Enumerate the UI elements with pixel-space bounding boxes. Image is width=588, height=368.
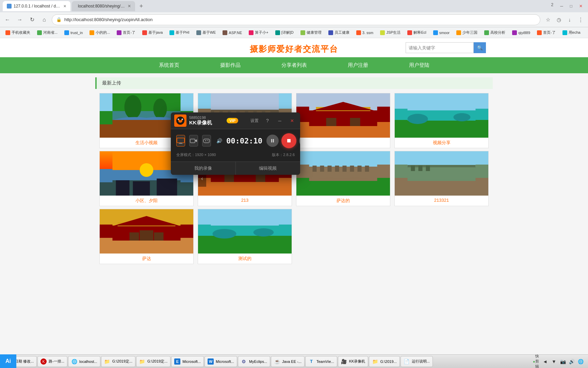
tray-icon-camera[interactable]: 📷: [559, 358, 566, 365]
bookmark-9[interactable]: 算子小+: [246, 29, 271, 36]
bookmark-15[interactable]: 解释Ecl: [405, 29, 429, 36]
taskbar-item-8[interactable]: ☕ Java EE -...: [271, 356, 305, 367]
kk-pause-button[interactable]: [266, 135, 279, 147]
search-button[interactable]: 🔍: [474, 42, 486, 53]
browser-tab-inactive[interactable]: localhost:8080/sheying/zuopi... ✕: [72, 1, 135, 11]
tray-icon-nav[interactable]: ◄: [542, 358, 549, 365]
bookmark-2[interactable]: trust_in: [62, 30, 85, 36]
kk-tab-edit-video[interactable]: 编辑视频: [236, 162, 300, 175]
tray-quick-action[interactable]: ● 快剪辑: [533, 358, 540, 365]
svg-rect-56: [419, 166, 423, 171]
taskbar-item-7[interactable]: ⚙ MyEclips...: [238, 356, 270, 367]
kk-screen-mode-button[interactable]: [176, 135, 185, 147]
tray-icon-down[interactable]: ▼: [551, 358, 557, 365]
bookmark-3[interactable]: 小的的...: [87, 29, 113, 36]
bookmark-10[interactable]: [详解]D: [273, 29, 296, 36]
svg-rect-45: [328, 166, 332, 172]
photo-caption-5: 213: [198, 196, 292, 205]
close-button[interactable]: ✕: [576, 2, 585, 10]
taskbar-icon-2: 🌐: [71, 358, 77, 365]
bookmark-18[interactable]: 高校分析: [481, 29, 508, 36]
kk-tab-my-recordings[interactable]: 我的录像: [171, 162, 235, 175]
nav-item-register[interactable]: 用户注册: [327, 57, 389, 73]
bookmark-4[interactable]: 首页-了: [114, 29, 138, 36]
kk-game-mode-button[interactable]: [202, 135, 211, 147]
bookmark-5[interactable]: 基于java: [140, 29, 165, 36]
nav-item-photos[interactable]: 摄影作品: [200, 57, 261, 73]
home-button[interactable]: ⌂: [39, 15, 49, 25]
kk-help-button[interactable]: ?: [263, 116, 272, 125]
settings-button[interactable]: ⋮: [576, 15, 585, 25]
tray-icon-volume[interactable]: 🔊: [568, 358, 575, 365]
kk-minimize-button[interactable]: ─: [275, 116, 284, 125]
svg-rect-75: [182, 119, 183, 120]
photo-img-7: [395, 151, 488, 196]
refresh-button[interactable]: ↻: [27, 15, 37, 25]
bookmark-21[interactable]: 用echa: [560, 29, 583, 36]
bookmark-1[interactable]: 河南省...: [34, 29, 60, 36]
photo-svg-3: [395, 93, 488, 138]
taskbar-item-5[interactable]: E Microsoft...: [171, 356, 204, 367]
photo-item-7[interactable]: 213321: [394, 151, 489, 206]
search-input[interactable]: [406, 42, 474, 53]
taskbar-item-2[interactable]: 🌐 localhost...: [68, 356, 100, 367]
svg-rect-57: [426, 166, 430, 171]
kk-camera-mode-button[interactable]: [189, 135, 198, 147]
nav-item-login[interactable]: 用户登陆: [389, 57, 450, 73]
bookmark-19[interactable]: qiyi889: [509, 30, 533, 36]
svg-rect-77: [179, 143, 182, 143]
browser-tab-active[interactable]: 127.0.0.1 / localhost / db_she... ✕: [3, 1, 70, 11]
forward-button[interactable]: →: [15, 15, 24, 25]
taskbar-item-1[interactable]: K 路-一排...: [37, 356, 67, 367]
photo-item-6[interactable]: 萨达的: [296, 151, 390, 206]
bookmark-11[interactable]: 健康管理: [298, 29, 324, 36]
nav-item-home[interactable]: 系统首页: [138, 57, 200, 73]
taskbar-item-9[interactable]: T TeamVie...: [305, 356, 337, 367]
bookmark-8[interactable]: ASP.NE: [220, 30, 245, 36]
taskbar-item-11[interactable]: 📁 G:\2019...: [369, 356, 399, 367]
kk-user-id: 58850198: [189, 116, 224, 120]
bookmark-20[interactable]: 首页-了: [534, 29, 558, 36]
history-button[interactable]: ◷: [554, 15, 564, 25]
photo-item-2[interactable]: [296, 93, 390, 148]
bookmark-label-0: 手机收藏夹: [12, 30, 30, 35]
kk-app-name: KK录像机: [189, 120, 224, 126]
bookmark-7[interactable]: 基于WE: [194, 29, 219, 36]
tab-close-2[interactable]: ✕: [128, 4, 131, 9]
taskbar-item-12[interactable]: 📄 运行说明...: [401, 356, 433, 367]
photo-item-9[interactable]: 测试的: [198, 209, 292, 264]
minimize-button[interactable]: ─: [557, 2, 566, 10]
address-text[interactable]: http://localhost:8080/sheying/zuopinAll.…: [64, 17, 536, 22]
taskbar-item-4[interactable]: 📁 G:\2019定...: [136, 356, 170, 367]
photo-item-8[interactable]: 萨达: [99, 209, 194, 264]
taskbar-item-10[interactable]: 🎥 KK录像机: [338, 356, 369, 367]
tray-icon-network[interactable]: 🌐: [577, 358, 584, 365]
bookmark-favicon-3: [89, 30, 94, 35]
kk-screenshot-button[interactable]: [299, 135, 300, 147]
taskbar-item-6[interactable]: W Microsoft...: [205, 356, 237, 367]
bookmark-0[interactable]: 手机收藏夹: [3, 29, 33, 36]
downloads-button[interactable]: ↓: [565, 15, 574, 25]
tab-close-1[interactable]: ✕: [63, 4, 66, 9]
bookmark-6[interactable]: 基于PHI: [167, 29, 192, 36]
bookmark-label-20: 首页-了: [543, 30, 556, 35]
kk-settings-button[interactable]: 设置: [249, 116, 260, 125]
kk-stop-button[interactable]: [281, 133, 296, 148]
taskbar-item-3[interactable]: 📁 G:\2019定...: [101, 356, 135, 367]
new-tab-button[interactable]: +: [136, 1, 146, 11]
back-button[interactable]: ←: [3, 15, 12, 25]
address-bar[interactable]: 🔒 http://localhost:8080/sheying/zuopinAl…: [52, 14, 540, 25]
bookmark-16[interactable]: smoor: [430, 30, 453, 36]
maximize-button[interactable]: □: [567, 2, 575, 10]
ai-label[interactable]: Ai: [0, 354, 16, 368]
nav-item-sharers[interactable]: 分享者列表: [261, 57, 327, 73]
photo-item-3[interactable]: 视频分享: [394, 93, 489, 148]
taskbar-label-8: Java EE -...: [282, 359, 301, 364]
bookmark-13[interactable]: 3. ssm: [354, 30, 376, 36]
bookmark-14[interactable]: JSP生活: [377, 29, 403, 36]
bookmark-12[interactable]: 员工健康: [326, 29, 352, 36]
bookmark-label-8: ASP.NE: [229, 31, 242, 35]
bookmark-star-button[interactable]: ☆: [543, 15, 553, 25]
kk-close-button[interactable]: ✕: [287, 116, 297, 125]
bookmark-17[interactable]: 少年三国: [454, 29, 480, 36]
